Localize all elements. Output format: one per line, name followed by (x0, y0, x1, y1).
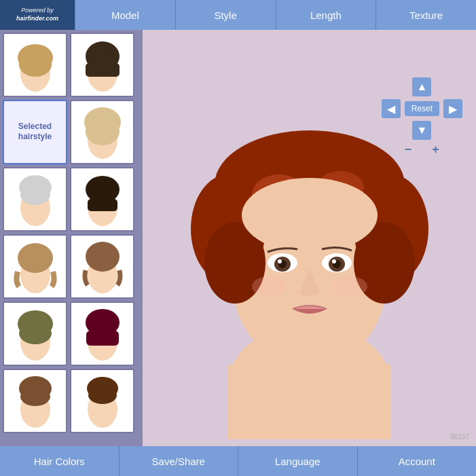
svg-point-42 (242, 178, 378, 253)
sidebar-row-5 (3, 301, 140, 366)
svg-rect-5 (86, 63, 120, 77)
main-area: Selectedhairstyle (0, 30, 476, 446)
style-tab[interactable]: Style (175, 0, 276, 30)
hairstyle-thumb-5[interactable] (3, 167, 67, 232)
svg-point-11 (20, 185, 50, 205)
selected-hairstyle-label: Selectedhairstyle (18, 122, 52, 143)
hairstyle-thumb-12[interactable] (70, 369, 134, 433)
svg-point-51 (252, 276, 286, 297)
watermark: 00197 (450, 433, 469, 441)
sidebar-row-4 (3, 234, 140, 299)
svg-point-8 (86, 118, 120, 145)
svg-point-50 (332, 259, 336, 263)
hairstyle-thumb-6[interactable] (70, 167, 134, 232)
hairstyle-thumb-4[interactable] (70, 100, 134, 164)
center-panel: ▲ ◀ Reset ▶ ▼ − + (143, 30, 476, 446)
site-name: hairfinder.com (16, 15, 58, 23)
svg-point-2 (19, 52, 52, 77)
svg-point-27 (20, 387, 50, 406)
hair-colors-button[interactable]: Hair Colors (0, 446, 120, 476)
model-display (167, 52, 452, 439)
svg-point-16 (18, 243, 53, 273)
sidebar-row-2: Selectedhairstyle (3, 100, 140, 164)
hairstyle-thumb-9[interactable] (3, 301, 67, 366)
sidebar-row-3 (3, 167, 140, 232)
texture-tab[interactable]: Texture (376, 0, 476, 30)
save-share-button[interactable]: Save/Share (120, 446, 239, 476)
length-tab[interactable]: Length (276, 0, 376, 30)
svg-point-18 (86, 242, 120, 272)
hairstyle-sidebar: Selectedhairstyle (0, 30, 143, 446)
svg-rect-24 (86, 331, 119, 346)
hairstyle-thumb-2[interactable] (70, 33, 134, 97)
svg-rect-14 (88, 199, 117, 211)
language-button[interactable]: Language (238, 446, 358, 476)
logo: Powered by hairfinder.com (0, 0, 75, 30)
hairstyle-thumb-1[interactable] (3, 33, 67, 97)
sidebar-row-1 (3, 33, 140, 97)
bottom-navigation: Hair Colors Save/Share Language Account (0, 446, 476, 476)
hairstyle-thumb-11[interactable] (3, 369, 67, 433)
powered-by-text: Powered by (16, 7, 58, 15)
svg-point-30 (88, 386, 117, 404)
svg-point-52 (333, 276, 367, 297)
hairstyle-thumb-selected[interactable]: Selectedhairstyle (3, 100, 67, 164)
hairstyle-thumb-10[interactable] (70, 301, 134, 366)
model-tab[interactable]: Model (75, 0, 175, 30)
svg-point-21 (19, 323, 52, 344)
sidebar-row-6 (3, 369, 140, 433)
top-navigation: Powered by hairfinder.com Model Style Le… (0, 0, 476, 30)
hairstyle-thumb-8[interactable] (70, 234, 134, 299)
account-button[interactable]: Account (358, 446, 477, 476)
hairstyle-thumb-7[interactable] (3, 234, 67, 299)
svg-point-49 (278, 259, 282, 263)
svg-rect-32 (228, 365, 391, 439)
